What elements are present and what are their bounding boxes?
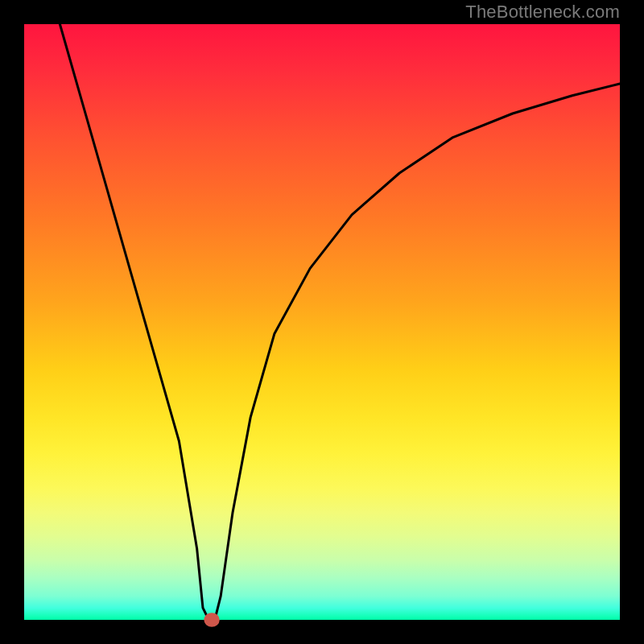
chart-container: TheBottleneck.com [0, 0, 644, 644]
bottleneck-curve [60, 24, 620, 620]
plot-area [24, 24, 620, 620]
watermark-text: TheBottleneck.com [465, 2, 620, 23]
minimum-marker [207, 616, 217, 624]
plot-svg [24, 24, 620, 620]
